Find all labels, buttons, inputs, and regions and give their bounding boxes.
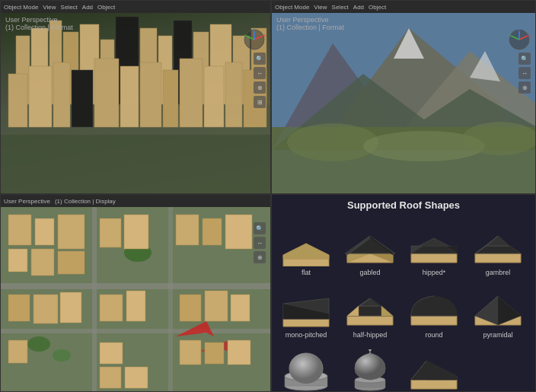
- svg-rect-82: [8, 340, 27, 363]
- svg-rect-54: [1, 283, 271, 289]
- svg-rect-24: [204, 66, 224, 127]
- svg-marker-100: [411, 253, 457, 263]
- svg-rect-19: [94, 59, 119, 127]
- svg-marker-113: [283, 319, 329, 327]
- select-menu[interactable]: Select: [61, 4, 78, 11]
- panel-mountain[interactable]: Object Mode View Select Add Object User …: [271, 0, 536, 194]
- svg-rect-83: [100, 343, 123, 364]
- view-menu[interactable]: View: [43, 4, 56, 11]
- svg-rect-22: [163, 70, 178, 127]
- svg-rect-56: [92, 207, 97, 392]
- main-grid: Object Mode View Select Add Object User …: [0, 0, 536, 392]
- svg-marker-122: [347, 306, 359, 316]
- svg-rect-85: [205, 343, 224, 364]
- aerial-svg: [1, 207, 271, 392]
- roof-item-onion: onion: [339, 342, 401, 392]
- svg-rect-88: [125, 367, 148, 388]
- roof-panel-title: Supported Roof Shapes: [347, 199, 460, 211]
- mode-selector[interactable]: Object Mode: [4, 4, 38, 11]
- add-menu[interactable]: Add: [82, 4, 93, 11]
- svg-rect-73: [225, 215, 252, 249]
- add-menu-tr[interactable]: Add: [353, 4, 364, 11]
- svg-rect-71: [176, 215, 199, 245]
- roof-label-mono-pitched: mono-pitched: [286, 331, 327, 339]
- svg-rect-74: [100, 295, 123, 321]
- svg-point-43: [462, 122, 536, 155]
- roof-item-saltbox: saltbox: [403, 342, 465, 392]
- svg-marker-109: [475, 246, 521, 253]
- svg-rect-20: [120, 66, 139, 127]
- panel-aerial[interactable]: User Perspective (1) Collection | Displa…: [0, 194, 271, 392]
- svg-rect-60: [58, 215, 85, 249]
- toolbar-top-left: Object Mode View Select Add Object: [1, 1, 270, 13]
- object-menu-tr[interactable]: Object: [368, 4, 386, 11]
- svg-rect-84: [180, 340, 201, 365]
- object-menu[interactable]: Object: [97, 4, 115, 11]
- svg-marker-147: [411, 361, 457, 380]
- svg-rect-86: [228, 340, 250, 365]
- svg-rect-57: [168, 207, 173, 392]
- roof-item-dome: dome: [275, 342, 337, 392]
- svg-rect-21: [140, 62, 161, 127]
- roof-item-round: round: [403, 279, 465, 340]
- svg-marker-142: [411, 380, 457, 389]
- svg-rect-87: [100, 367, 121, 388]
- svg-rect-80: [34, 295, 58, 323]
- svg-rect-79: [8, 295, 30, 321]
- svg-point-66: [53, 349, 71, 362]
- roof-item-mono-pitched: mono-pitched: [275, 279, 337, 340]
- svg-rect-18: [72, 70, 93, 127]
- svg-marker-108: [475, 253, 521, 263]
- svg-rect-27: [1, 135, 270, 193]
- mountain-svg: [272, 13, 536, 194]
- nav-icons-tr: 🔍 ↔ ⊕: [518, 53, 531, 94]
- mode-selector-bl[interactable]: User Perspective: [4, 198, 50, 205]
- svg-rect-23: [180, 59, 203, 127]
- svg-rect-62: [31, 249, 54, 276]
- svg-rect-76: [180, 295, 201, 321]
- svg-text:X: X: [528, 33, 531, 38]
- mountain-viewport: User Perspective (1) Collection | Format: [272, 13, 535, 193]
- roof-item-flat: flat: [275, 217, 337, 278]
- svg-rect-59: [35, 218, 54, 245]
- svg-point-141: [368, 349, 372, 351]
- roof-item-hipped: hipped*: [403, 217, 465, 278]
- svg-rect-81: [60, 292, 81, 323]
- roof-label-half-hipped: half-hipped: [353, 331, 388, 339]
- panel-city-3d[interactable]: Object Mode View Select Add Object User …: [0, 0, 271, 194]
- view-menu-tr[interactable]: View: [314, 4, 327, 11]
- svg-rect-75: [126, 291, 145, 321]
- svg-rect-78: [231, 295, 250, 321]
- mode-selector-tr[interactable]: Object Mode: [275, 4, 309, 11]
- nav-icons-tl: 🔍 ↔ ⊕ ⊞: [254, 53, 266, 108]
- svg-rect-55: [1, 329, 271, 333]
- axis-widget-tl: X Y Z: [243, 28, 266, 51]
- svg-text:Z: Z: [518, 28, 520, 31]
- svg-rect-77: [205, 291, 228, 321]
- city-viewport: User Perspective (1) Collection | Format: [1, 13, 270, 193]
- svg-marker-123: [381, 306, 393, 316]
- svg-marker-117: [347, 316, 393, 325]
- axis-widget-tr: X Y Z: [508, 28, 531, 54]
- svg-point-65: [27, 336, 50, 352]
- svg-rect-70: [124, 215, 148, 249]
- svg-text:Z: Z: [253, 28, 255, 31]
- svg-rect-61: [8, 249, 27, 272]
- svg-rect-63: [58, 251, 85, 274]
- nav-icons-bl: 🔍 ↔ ⊕: [254, 222, 266, 263]
- svg-point-136: [289, 353, 323, 384]
- roof-label-round: round: [425, 331, 442, 339]
- roof-grid: flat gabled: [275, 217, 532, 392]
- roof-label-gabled: gabled: [359, 269, 380, 276]
- roof-label-gambrel: gambrel: [486, 269, 511, 276]
- svg-marker-107: [419, 238, 449, 246]
- roof-item-half-hipped: half-hipped: [339, 279, 401, 340]
- toolbar-top-right: Object Mode View Select Add Object: [272, 1, 535, 13]
- select-menu-tr[interactable]: Select: [332, 4, 349, 11]
- svg-marker-119: [359, 298, 381, 306]
- svg-rect-72: [203, 218, 222, 245]
- svg-rect-17: [53, 62, 70, 127]
- roof-label-flat: flat: [302, 269, 311, 276]
- roof-item-gabled: gabled: [339, 217, 401, 278]
- svg-rect-69: [100, 218, 121, 247]
